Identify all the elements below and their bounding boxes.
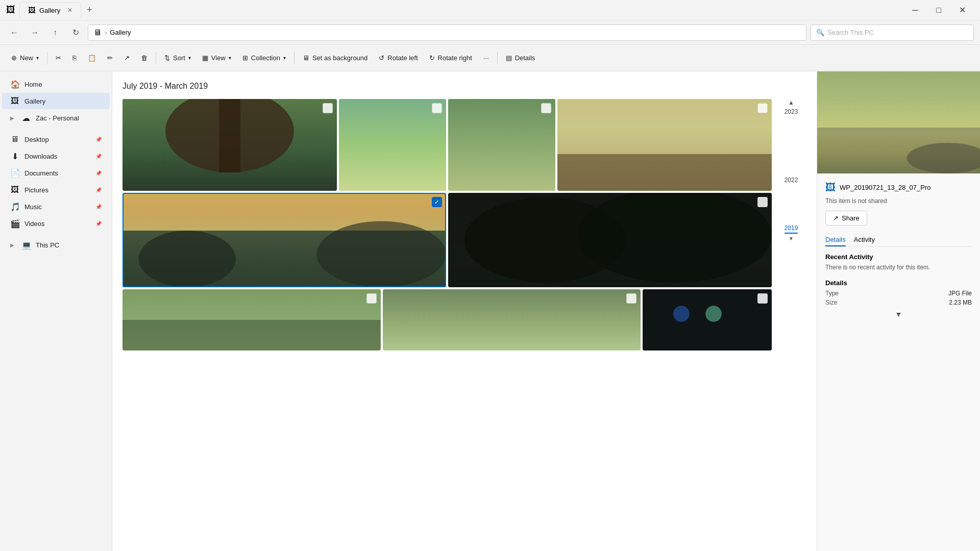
sidebar-item-gallery[interactable]: 🖼 Gallery — [2, 93, 110, 109]
photo-item-6[interactable] — [448, 193, 772, 287]
photo-item-9[interactable] — [643, 289, 772, 350]
forward-button[interactable]: → — [27, 24, 43, 41]
photo-item-2[interactable] — [339, 99, 446, 191]
desktop-icon: 🖥 — [10, 135, 19, 144]
timeline-2023[interactable]: ▲ — [788, 99, 794, 106]
cut-icon: ✂ — [56, 54, 61, 62]
videos-pin-icon: 📌 — [95, 221, 102, 227]
cut-button[interactable]: ✂ — [51, 49, 66, 67]
set-bg-icon: 🖥 — [303, 54, 309, 62]
sort-icon: ⇅ — [164, 54, 170, 62]
svg-rect-4 — [448, 99, 555, 191]
photo-checkbox-5[interactable] — [432, 197, 442, 207]
details-expand[interactable]: ▼ — [825, 310, 972, 318]
details-label: Details — [515, 54, 535, 62]
refresh-button[interactable]: ↻ — [67, 24, 84, 41]
copy-button[interactable]: ⎘ — [67, 49, 82, 67]
toolbar-separator-3 — [294, 52, 295, 64]
titlebar-controls: ─ □ ✕ — [903, 2, 974, 18]
detail-body: 🖼 WP_20190721_13_28_07_Pro This item is … — [817, 173, 980, 551]
rotate-right-button[interactable]: ↻ Rotate right — [424, 49, 477, 67]
rotate-left-label: Rotate left — [387, 54, 418, 62]
paste-icon: 📋 — [88, 54, 96, 62]
new-button[interactable]: ⊕ New ▾ — [6, 49, 44, 67]
detail-preview — [817, 71, 980, 173]
timeline: ▲ 2023 2022 2019 ▼ — [776, 99, 806, 350]
timeline-up-arrow: ▲ — [788, 99, 794, 106]
photo-item-4[interactable] — [557, 99, 772, 191]
sidebar-item-this-pc[interactable]: ▶ 💻 This PC — [2, 237, 110, 253]
delete-button[interactable]: 🗑 — [136, 49, 153, 67]
photo-checkbox-3[interactable] — [541, 103, 551, 113]
details-button[interactable]: ▤ Details — [501, 49, 541, 67]
photo-checkbox-1[interactable] — [323, 103, 333, 113]
sidebar-item-desktop[interactable]: 🖥 Desktop 📌 — [2, 131, 110, 147]
sort-label: Sort — [173, 54, 185, 62]
view-icon: ▦ — [202, 54, 208, 62]
timeline-down-arrow[interactable]: ▼ — [789, 236, 794, 241]
sidebar-item-pictures[interactable]: 🖼 Pictures 📌 — [2, 182, 110, 198]
sidebar-item-downloads[interactable]: ⬇ Downloads 📌 — [2, 148, 110, 164]
new-tab-button[interactable]: + — [81, 2, 97, 18]
photo-checkbox-4[interactable] — [757, 103, 768, 113]
details-section-title: Details — [825, 279, 972, 287]
timeline-year-2022[interactable]: 2022 — [785, 177, 798, 184]
detail-tabs: Details Activity — [825, 234, 972, 247]
minimize-button[interactable]: ─ — [903, 2, 927, 18]
more-button[interactable]: ··· — [478, 49, 494, 67]
photo-item-8[interactable] — [383, 289, 641, 350]
toolbar: ⊕ New ▾ ✂ ⎘ 📋 ✏ ↗ 🗑 ⇅ Sort ▾ ▦ View ▾ ⊞ … — [0, 45, 980, 71]
pin-icon: 📌 — [95, 137, 102, 142]
sidebar-item-music[interactable]: 🎵 Music 📌 — [2, 198, 110, 215]
tab-details[interactable]: Details — [825, 234, 846, 246]
share-detail-button[interactable]: ↗ Share — [825, 211, 867, 226]
timeline-year-2023[interactable]: 2023 — [785, 108, 798, 115]
sidebar-item-videos[interactable]: 🎬 Videos 📌 — [2, 215, 110, 232]
sidebar-item-zac[interactable]: ▶ ☁ Zac - Personal — [2, 110, 110, 126]
detail-size-row: Size 2.23 MB — [825, 299, 972, 306]
photo-checkbox-2[interactable] — [432, 103, 442, 113]
rotate-left-icon: ↺ — [379, 54, 384, 62]
back-button[interactable]: ← — [6, 24, 22, 41]
timeline-year-2019[interactable]: 2019 — [785, 224, 798, 234]
maximize-button[interactable]: □ — [927, 2, 950, 18]
tab-icon: 🖼 — [28, 6, 35, 14]
rename-button[interactable]: ✏ — [102, 49, 118, 67]
tab-close-icon[interactable]: ✕ — [67, 7, 72, 14]
set-background-button[interactable]: 🖥 Set as background — [298, 49, 373, 67]
photo-item-3[interactable] — [448, 99, 555, 191]
photo-item-7[interactable] — [122, 289, 381, 350]
svg-point-10 — [316, 221, 446, 288]
up-button[interactable]: ↑ — [47, 24, 63, 41]
paste-button[interactable]: 📋 — [83, 49, 101, 67]
photo-item-5[interactable] — [122, 193, 446, 287]
sidebar-home-label: Home — [24, 81, 42, 88]
sort-button[interactable]: ⇅ Sort ▾ — [159, 49, 196, 67]
svg-rect-15 — [122, 320, 381, 350]
close-button[interactable]: ✕ — [950, 2, 974, 18]
photo-item-1[interactable] — [122, 99, 337, 191]
main-content: July 2019 - March 2019 — [112, 71, 817, 551]
sidebar: 🏠 Home 🖼 Gallery ▶ ☁ Zac - Personal 🖥 De… — [0, 71, 112, 551]
sidebar-pictures-label: Pictures — [24, 186, 48, 194]
share-button[interactable]: ↗ — [119, 49, 135, 67]
photo-checkbox-6[interactable] — [757, 197, 768, 207]
view-button[interactable]: ▦ View ▾ — [197, 49, 236, 67]
photo-checkbox-8[interactable] — [626, 293, 636, 304]
search-box[interactable]: 🔍 Search This PC — [811, 24, 974, 41]
sidebar-item-documents[interactable]: 📄 Documents 📌 — [2, 165, 110, 181]
path-sep: › — [105, 29, 107, 36]
photo-checkbox-7[interactable] — [366, 293, 377, 304]
address-box[interactable]: 🖥 › Gallery — [88, 24, 806, 41]
photo-checkbox-9[interactable] — [757, 293, 768, 304]
svg-rect-5 — [557, 99, 772, 154]
rotate-left-button[interactable]: ↺ Rotate left — [374, 49, 423, 67]
sidebar-item-home[interactable]: 🏠 Home — [2, 76, 110, 92]
svg-rect-6 — [557, 154, 772, 191]
detail-type-row: Type JPG File — [825, 290, 972, 297]
gallery-tab[interactable]: 🖼 Gallery ✕ — [19, 2, 81, 18]
videos-icon: 🎬 — [10, 219, 19, 229]
tab-activity[interactable]: Activity — [854, 234, 875, 246]
expand-icon: ▶ — [10, 115, 14, 121]
collection-button[interactable]: ⊞ Collection ▾ — [237, 49, 291, 67]
